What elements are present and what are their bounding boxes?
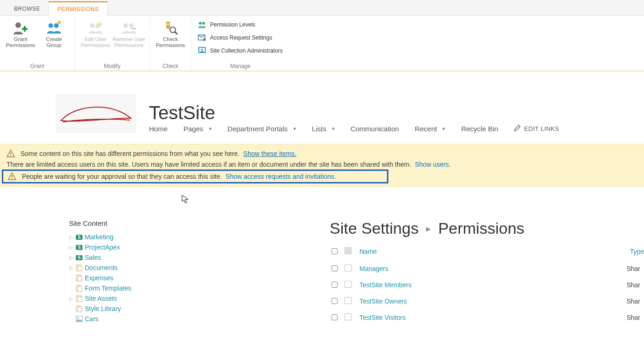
svg-point-15 xyxy=(199,22,202,25)
svg-point-21 xyxy=(201,49,203,51)
svg-line-14 xyxy=(175,32,177,34)
check-permissions-icon xyxy=(163,20,178,34)
access-request-settings-icon xyxy=(198,34,206,42)
row-checkbox[interactable] xyxy=(332,298,338,304)
access-request-settings-button[interactable]: Access Request Settings xyxy=(195,32,285,44)
table-row: ManagersShar xyxy=(330,260,644,277)
nav-lists[interactable]: Lists ▾ xyxy=(312,125,335,133)
svg-point-23 xyxy=(10,156,11,156)
svg-point-8 xyxy=(123,23,128,28)
grant-permissions-button[interactable]: Grant Permissions xyxy=(4,18,37,48)
permissions-panel: Site Settings ▸ Permissions Name Type Ma… xyxy=(330,219,644,325)
tree-item[interactable]: ▷Documents xyxy=(69,263,190,273)
status-icon xyxy=(345,313,352,320)
expand-icon[interactable]: ▷ xyxy=(69,255,74,260)
nav-recycle-bin[interactable]: Recycle Bin xyxy=(461,125,498,133)
tree-item[interactable]: ▷SMarketing xyxy=(69,232,190,242)
row-checkbox[interactable] xyxy=(332,314,338,320)
group-type: Shar xyxy=(576,277,644,293)
remove-user-permissions-button: Remove User Permissions xyxy=(112,18,146,48)
grant-permissions-icon xyxy=(13,20,28,34)
tree-item[interactable]: Style Library xyxy=(69,304,190,314)
notification-bar: Some content on this site has different … xyxy=(0,144,644,187)
show-access-requests-link[interactable]: Show access requests and invitations. xyxy=(225,173,336,180)
lib-icon xyxy=(75,274,83,282)
expand-icon[interactable]: ▷ xyxy=(69,296,74,301)
status-icon xyxy=(345,297,352,304)
tree-item[interactable]: ▷SProjectApex xyxy=(69,242,190,252)
expand-icon[interactable]: ▷ xyxy=(69,265,74,271)
tab-permissions[interactable]: PERMISSIONS xyxy=(48,1,108,16)
row-checkbox[interactable] xyxy=(332,265,338,271)
svg-point-0 xyxy=(15,22,21,28)
col-type[interactable]: Type xyxy=(576,244,644,260)
notice-pending-requests: People are waiting for your approval so … xyxy=(2,169,388,183)
col-name[interactable]: Name xyxy=(359,244,576,260)
site-content-panel: Site Content ▷SMarketing▷SProjectApex▷SS… xyxy=(69,219,190,325)
permission-levels-label: Permission Levels xyxy=(210,21,255,28)
chevron-down-icon: ▾ xyxy=(332,126,335,132)
svg-point-12 xyxy=(167,23,169,25)
site-collection-admins-button[interactable]: Site Collection Administrators xyxy=(195,45,285,57)
group-name-link[interactable]: TestSite Visitors xyxy=(359,309,576,325)
svg-point-18 xyxy=(203,38,206,41)
row-checkbox[interactable] xyxy=(332,282,338,288)
nav-pages[interactable]: Pages ▾ xyxy=(183,125,212,133)
check-permissions-label: Check Permissions xyxy=(156,36,185,48)
group-name-link[interactable]: Managers xyxy=(359,260,576,277)
site-content-tree: ▷SMarketing▷SProjectApex▷SSales▷Document… xyxy=(69,232,190,324)
permission-levels-button[interactable]: Permission Levels xyxy=(195,19,285,31)
nav-communication[interactable]: Communication xyxy=(351,125,399,133)
check-permissions-button[interactable]: Check Permissions xyxy=(154,18,187,48)
warning-icon xyxy=(7,149,15,158)
svg-text:S: S xyxy=(78,245,81,250)
nav-home[interactable]: Home xyxy=(149,125,168,133)
breadcrumb: Site Settings ▸ Permissions xyxy=(330,219,644,237)
tree-item[interactable]: ▷Site Assets xyxy=(69,293,190,304)
nav-recent[interactable]: Recent ▾ xyxy=(415,125,446,133)
show-these-items-link[interactable]: Show these items. xyxy=(243,150,296,157)
site-icon: S xyxy=(75,233,83,241)
group-name-link[interactable]: TestSite Owners xyxy=(359,293,576,309)
site-collection-admins-label: Site Collection Administrators xyxy=(210,47,283,54)
svg-rect-41 xyxy=(78,307,82,312)
nav-department-portals[interactable]: Department Portals ▾ xyxy=(228,125,296,133)
tab-browse[interactable]: BROWSE xyxy=(6,2,48,15)
expand-icon[interactable]: ▷ xyxy=(69,235,74,240)
ribbon-group-manage-label: Manage xyxy=(195,61,285,71)
permission-levels-icon xyxy=(198,20,206,29)
tree-item-label: Documents xyxy=(85,264,118,271)
expand-icon[interactable]: ▷ xyxy=(69,245,74,250)
edit-links-label: EDIT LINKS xyxy=(524,125,560,132)
tree-item[interactable]: Form Templates xyxy=(69,283,190,293)
group-name-link[interactable]: TestSite Members xyxy=(359,277,576,293)
select-all-checkbox[interactable] xyxy=(332,248,338,254)
edit-links-button[interactable]: EDIT LINKS xyxy=(514,125,560,133)
ribbon-group-check-label: Check xyxy=(154,61,187,71)
tree-item[interactable]: Cars xyxy=(69,314,190,324)
tree-item-label: Expenses xyxy=(85,274,113,282)
site-logo[interactable] xyxy=(56,95,136,133)
notice1-text: Some content on this site has different … xyxy=(20,150,240,157)
svg-point-43 xyxy=(77,318,79,319)
breadcrumb-site-settings[interactable]: Site Settings xyxy=(330,219,419,237)
table-row: TestSite OwnersShar xyxy=(330,293,644,309)
remove-user-permissions-label: Remove User Permissions xyxy=(113,36,145,48)
svg-point-16 xyxy=(202,22,205,25)
notice-limited-access: There are limited access users on this s… xyxy=(0,159,644,169)
status-icon xyxy=(345,281,352,288)
remove-user-permissions-icon xyxy=(121,20,137,34)
tree-item-label: Site Assets xyxy=(85,295,117,302)
tree-item-label: Style Library xyxy=(85,305,121,312)
nav-lists-label: Lists xyxy=(312,125,326,133)
table-row: TestSite VisitorsShar xyxy=(330,309,644,325)
tree-item-label: ProjectApex xyxy=(85,244,120,251)
site-collection-admins-icon xyxy=(198,47,206,55)
tree-item[interactable]: Expenses xyxy=(69,273,190,283)
svg-point-6 xyxy=(90,23,95,28)
show-users-link[interactable]: Show users. xyxy=(415,161,451,168)
svg-point-4 xyxy=(54,23,59,28)
tree-item[interactable]: ▷SSales xyxy=(69,252,190,263)
create-group-button[interactable]: Create Group xyxy=(37,18,71,48)
tree-item-label: Sales xyxy=(85,254,101,261)
